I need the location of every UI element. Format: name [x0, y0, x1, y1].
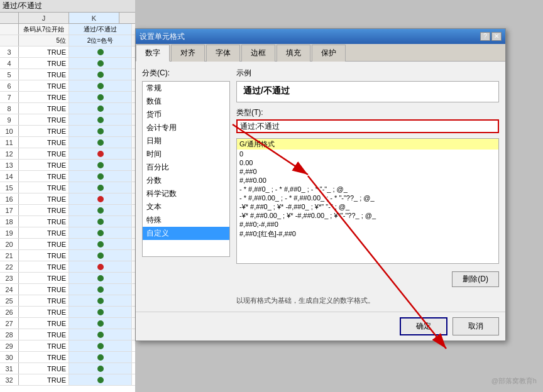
status-dot — [97, 309, 104, 315]
table-row: 7TRUE — [0, 92, 135, 103]
category-item[interactable]: 日期 — [143, 134, 229, 148]
cell-j: TRUE — [19, 114, 69, 125]
cell-k — [69, 193, 132, 204]
tab-align[interactable]: 对齐 — [171, 45, 205, 62]
category-item[interactable]: 常规 — [143, 82, 229, 95]
sheet-title-row: 通过/不通过 — [0, 0, 135, 13]
col-header-k: K — [69, 13, 119, 23]
table-row: 6TRUE — [0, 80, 135, 92]
tab-border[interactable]: 边框 — [241, 45, 275, 62]
ok-button[interactable]: 确定 — [400, 317, 447, 335]
table-row: 31TRUE — [0, 363, 135, 374]
category-item[interactable]: 会计专用 — [143, 121, 229, 134]
status-dot — [97, 83, 104, 89]
row-number: 11 — [0, 137, 19, 148]
col-header-j: J — [19, 13, 69, 23]
category-item[interactable]: 百分比 — [143, 161, 229, 174]
tab-number[interactable]: 数字 — [136, 45, 170, 62]
tab-protect[interactable]: 保护 — [312, 45, 346, 62]
status-dot — [97, 332, 104, 338]
format-item[interactable]: #,##0.00 — [237, 176, 498, 185]
cell-k — [69, 103, 132, 114]
row-number: 14 — [0, 171, 19, 182]
category-item[interactable]: 分数 — [143, 174, 229, 187]
status-dot — [97, 139, 104, 146]
row-number: 6 — [0, 80, 19, 91]
format-item[interactable]: #,##0;[红色]-#,##0 — [237, 229, 498, 239]
row-number: 19 — [0, 227, 19, 238]
desc-num — [0, 24, 19, 35]
category-item[interactable]: 自定义 — [143, 227, 229, 240]
dialog-titlebar: 设置单元格式 ? ✕ — [136, 29, 505, 44]
status-dot — [97, 230, 104, 236]
dialog-controls: ? ✕ — [480, 32, 502, 41]
table-row: 25TRUE — [0, 295, 135, 307]
cell-j: TRUE — [19, 46, 69, 57]
category-item[interactable]: 数值 — [143, 95, 229, 108]
status-dot — [97, 94, 104, 101]
dialog-close-button[interactable]: ✕ — [491, 32, 502, 41]
table-row: 12TRUE — [0, 148, 135, 160]
cell-k — [69, 250, 132, 261]
preview-section: 示例 通过/不通过 — [236, 68, 499, 102]
status-dot — [97, 320, 104, 327]
cell-k — [69, 363, 132, 374]
table-row: 32TRUE — [0, 374, 135, 386]
table-row: 19TRUE — [0, 227, 135, 239]
format-list[interactable]: G/通用格式00.00#,##0#,##0.00- * #,##0_ ; - *… — [236, 138, 499, 264]
status-dot — [97, 354, 104, 361]
format-item[interactable]: 0.00 — [237, 158, 498, 167]
row-number: 26 — [0, 307, 19, 317]
table-row: 20TRUE — [0, 239, 135, 250]
cancel-button[interactable]: 取消 — [452, 317, 499, 335]
cell-k — [69, 284, 132, 295]
cell-j: TRUE — [19, 58, 69, 68]
format-item[interactable]: #,##0;-#,##0 — [237, 220, 498, 229]
delete-button[interactable]: 删除(D) — [452, 271, 499, 287]
cell-j: TRUE — [19, 239, 69, 249]
format-item[interactable]: -¥* #,##0.00_ ; ¥* -#,##0.00_ ; ¥*"-"??_… — [237, 211, 498, 220]
category-item[interactable]: 科学记数 — [143, 187, 229, 200]
preview-box: 通过/不通过 — [236, 81, 499, 102]
category-item[interactable]: 货币 — [143, 108, 229, 121]
cell-k — [69, 92, 132, 102]
status-dot — [97, 286, 104, 293]
status-dot — [97, 128, 104, 134]
desc-j: 条码从7位开始 — [19, 24, 69, 35]
format-item[interactable]: - * #,##0_ ; - * #,##0_ ; - * "-"_ ; @_ — [237, 185, 498, 193]
status-dot — [97, 173, 104, 180]
format-item[interactable]: -¥* #,##0_ ; ¥* -#,##0_ ; ¥*" "-" ; @_ — [237, 202, 498, 211]
cell-k — [69, 239, 132, 249]
row-number: 25 — [0, 295, 19, 306]
table-row: 16TRUE — [0, 193, 135, 205]
category-list[interactable]: 常规数值货币会计专用日期时间百分比分数科学记数文本特殊自定义 — [142, 81, 230, 257]
cell-k — [69, 318, 132, 329]
category-item[interactable]: 特殊 — [143, 214, 229, 227]
tab-font[interactable]: 字体 — [206, 45, 240, 62]
type-input[interactable] — [236, 119, 499, 133]
format-item[interactable]: - * #,##0.00_ ; - * #,##0.00_ ; - * "-"?… — [237, 193, 498, 202]
category-item[interactable]: 时间 — [143, 148, 229, 161]
table-row: 8TRUE — [0, 103, 135, 114]
status-dot — [97, 106, 104, 112]
status-dot — [97, 207, 104, 214]
tab-fill[interactable]: 填充 — [277, 45, 310, 62]
cell-j: TRUE — [19, 216, 69, 227]
format-item[interactable]: G/通用格式 — [237, 139, 498, 150]
dialog-help-button[interactable]: ? — [480, 32, 490, 41]
data-rows: 3TRUE4TRUE5TRUE6TRUE7TRUE8TRUE9TRUE10TRU… — [0, 46, 135, 386]
category-item[interactable]: 文本 — [143, 200, 229, 214]
format-item[interactable]: #,##0 — [237, 167, 498, 176]
status-dot — [97, 151, 104, 157]
format-item[interactable]: 0 — [237, 150, 498, 158]
row-number: 30 — [0, 352, 19, 362]
table-row: 26TRUE — [0, 307, 135, 318]
delete-btn-row: 删除(D) — [236, 271, 499, 287]
status-dot — [97, 162, 104, 168]
sub-header-row: 5位 2位=色号 — [0, 35, 135, 46]
status-dot — [97, 241, 104, 248]
cell-k — [69, 58, 132, 68]
status-dot — [97, 253, 104, 259]
cell-k — [69, 205, 132, 215]
hint-text: 以现有格式为基础，生成自定义的数字格式。 — [236, 296, 499, 305]
